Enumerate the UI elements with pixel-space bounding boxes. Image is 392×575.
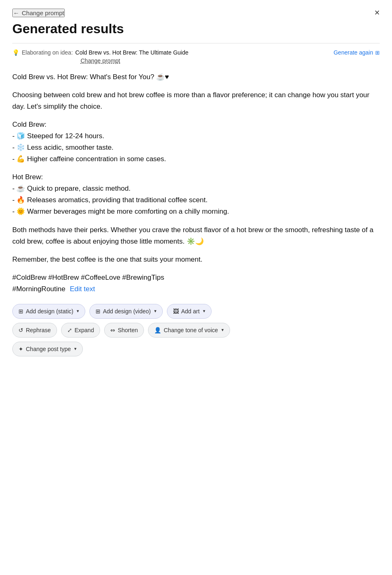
change-post-type-button[interactable]: ✦ Change post type ▾: [12, 342, 83, 356]
idea-icon: 💡: [12, 49, 19, 56]
shorten-label: Shorten: [118, 327, 138, 333]
add-design-static-button[interactable]: ⊞ Add design (static) ▾: [12, 304, 85, 319]
content-para-both: Both methods have their perks. Whether y…: [12, 224, 380, 247]
add-art-label: Add art: [181, 308, 200, 315]
expand-button[interactable]: ⤢ Expand: [61, 323, 100, 338]
change-prompt-link[interactable]: Change prompt: [12, 57, 189, 64]
add-design-video-label: Add design (video): [103, 308, 151, 315]
elaborating-prefix: Elaborating on idea:: [22, 49, 73, 56]
content-area: Cold Brew vs. Hot Brew: What's Best for …: [12, 71, 380, 295]
action-row-3: ✦ Change post type ▾: [12, 342, 380, 356]
rephrase-button[interactable]: ↺ Rephrase: [12, 323, 57, 338]
meta-left: 💡 Elaborating on idea: Cold Brew vs. Hot…: [12, 49, 189, 64]
hot-brew-item-3: - 🌞 Warmer beverages might be more comfo…: [12, 206, 380, 217]
rephrase-label: Rephrase: [26, 327, 51, 333]
elaborating-text: 💡 Elaborating on idea: Cold Brew vs. Hot…: [12, 49, 189, 56]
rephrase-icon: ↺: [18, 327, 23, 333]
dropdown-chevron-2: ▾: [154, 308, 157, 314]
hot-brew-item-2: - 🔥 Releases aromatics, providing that t…: [12, 194, 380, 206]
shorten-icon: ⇔: [110, 327, 115, 333]
generate-icon: ⊞: [375, 50, 380, 56]
generate-again-label: Generate again: [333, 49, 373, 56]
shorten-button[interactable]: ⇔ Shorten: [104, 323, 144, 338]
tone-icon: 👤: [154, 327, 161, 333]
cold-brew-item-1: - 🧊 Steeped for 12-24 hours.: [12, 130, 380, 142]
cold-brew-title: Cold Brew:: [12, 119, 380, 130]
hot-brew-title: Hot Brew:: [12, 171, 380, 183]
dropdown-chevron-3: ▾: [203, 308, 205, 314]
hashtags-block: #ColdBrew #HotBrew #CoffeeLove #BrewingT…: [12, 272, 380, 295]
add-art-button[interactable]: 🖼 Add art ▾: [167, 304, 212, 319]
edit-text-button[interactable]: Edit text: [70, 285, 95, 293]
close-icon: ×: [374, 7, 380, 18]
page-title: Generated results: [12, 21, 380, 37]
add-design-video-button[interactable]: ⊞ Add design (video) ▾: [89, 304, 163, 319]
meta-row: 💡 Elaborating on idea: Cold Brew vs. Hot…: [12, 49, 380, 64]
top-nav: ← Change prompt ×: [12, 8, 380, 17]
action-row-1: ⊞ Add design (static) ▾ ⊞ Add design (vi…: [12, 304, 380, 319]
post-type-icon: ✦: [18, 346, 23, 352]
design-video-icon: ⊞: [96, 308, 100, 315]
content-para-remember: Remember, the best coffee is the one tha…: [12, 254, 380, 265]
main-container: ← Change prompt × Generated results 💡 El…: [0, 0, 392, 369]
content-para1: Choosing between cold brew and hot brew …: [12, 89, 380, 112]
back-label: Change prompt: [22, 9, 64, 16]
idea-title: Cold Brew vs. Hot Brew: The Ultimate Gui…: [75, 49, 189, 56]
dropdown-chevron-1: ▾: [77, 308, 79, 314]
content-headline: Cold Brew vs. Hot Brew: What's Best for …: [12, 71, 380, 83]
expand-icon: ⤢: [67, 327, 72, 333]
add-design-static-label: Add design (static): [26, 308, 73, 315]
action-buttons-section: ⊞ Add design (static) ▾ ⊞ Add design (vi…: [12, 304, 380, 356]
change-post-type-label: Change post type: [26, 346, 71, 352]
generate-again-button[interactable]: Generate again ⊞: [333, 49, 380, 56]
hot-brew-item-1: - ☕ Quick to prepare, classic method.: [12, 183, 380, 194]
change-tone-label: Change tone of voice: [164, 327, 218, 333]
divider: [12, 43, 380, 43]
design-static-icon: ⊞: [18, 308, 23, 315]
dropdown-chevron-4: ▾: [221, 327, 224, 333]
expand-label: Expand: [75, 327, 94, 333]
add-art-icon: 🖼: [173, 308, 179, 315]
close-button[interactable]: ×: [374, 8, 380, 17]
cold-brew-item-2: - ❄️ Less acidic, smoother taste.: [12, 142, 380, 153]
back-button[interactable]: ← Change prompt: [12, 9, 65, 17]
dropdown-chevron-5: ▾: [74, 346, 77, 351]
action-row-2: ↺ Rephrase ⤢ Expand ⇔ Shorten 👤 Change t…: [12, 323, 380, 338]
back-arrow-icon: ←: [13, 9, 19, 16]
cold-brew-item-3: - 💪 Higher caffeine concentration in som…: [12, 153, 380, 165]
change-tone-button[interactable]: 👤 Change tone of voice ▾: [148, 323, 230, 338]
